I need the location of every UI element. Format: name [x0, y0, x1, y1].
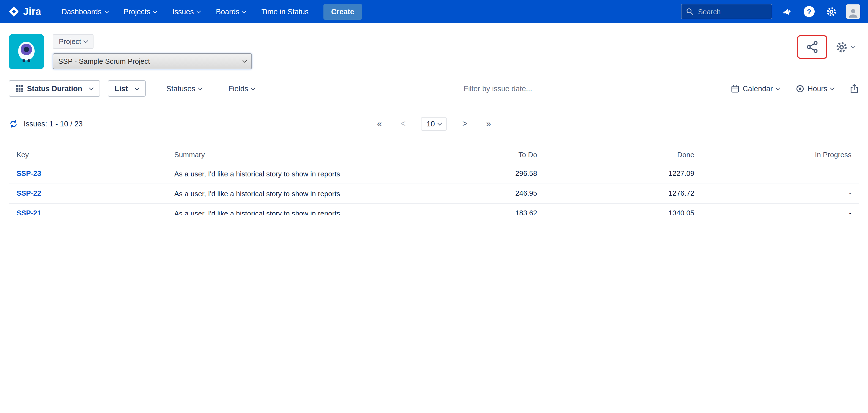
- todo-value: 183.62: [388, 204, 545, 215]
- search-box[interactable]: [681, 4, 772, 19]
- chevron-down-icon: [775, 85, 780, 90]
- calendar-dropdown[interactable]: Calendar: [728, 84, 783, 93]
- nav-dashboards[interactable]: Dashboards: [55, 0, 116, 23]
- issues-table-body: SSP-23As a user, I'd like a historical s…: [9, 164, 859, 215]
- chevron-down-icon: [196, 8, 201, 13]
- user-avatar[interactable]: [846, 4, 860, 19]
- search-icon: [686, 8, 694, 15]
- issue-summary: As a user, I'd like a historical story t…: [174, 209, 380, 215]
- share-button-highlight: [797, 35, 827, 59]
- nav-issues[interactable]: Issues: [165, 0, 208, 23]
- chevron-down-icon: [851, 44, 856, 48]
- settings-gear-icon[interactable]: [824, 4, 838, 19]
- chevron-down-icon: [438, 121, 442, 125]
- column-header-done[interactable]: Done: [545, 146, 702, 164]
- column-header-in-progress[interactable]: In Progress: [702, 146, 859, 164]
- in-progress-value: -: [702, 164, 859, 184]
- chevron-down-icon: [84, 38, 88, 43]
- chevron-down-icon: [153, 8, 158, 13]
- table-row: SSP-23As a user, I'd like a historical s…: [9, 164, 859, 184]
- pagination-first[interactable]: «: [373, 118, 385, 129]
- column-header-key[interactable]: Key: [9, 146, 166, 164]
- column-header-todo[interactable]: To Do: [388, 146, 545, 164]
- table-header-row: Key Summary To Do Done In Progress: [9, 146, 859, 164]
- issue-summary: As a user, I'd like a historical story t…: [174, 169, 380, 179]
- todo-value: 246.95: [388, 184, 545, 204]
- done-value: 1340.05: [545, 204, 702, 215]
- issue-key-link[interactable]: SSP-22: [17, 189, 41, 197]
- clock-target-icon: [796, 84, 804, 93]
- pagination-prev[interactable]: <: [397, 118, 409, 129]
- project-header: Project SSP - Sample Scrum Project: [0, 23, 868, 77]
- chevron-down-icon: [251, 85, 255, 90]
- chevron-down-icon: [104, 8, 109, 13]
- column-header-summary[interactable]: Summary: [166, 146, 388, 164]
- view-mode-dropdown[interactable]: List: [107, 80, 146, 97]
- jira-logo[interactable]: Jira: [8, 5, 41, 18]
- issues-table: Key Summary To Do Done In Progress SSP-2…: [9, 146, 859, 215]
- done-value: 1227.09: [545, 164, 702, 184]
- nav-time-in-status[interactable]: Time in Status: [254, 0, 316, 23]
- report-settings-button[interactable]: [835, 40, 855, 54]
- issue-summary: As a user, I'd like a historical story t…: [174, 189, 380, 198]
- fields-dropdown[interactable]: Fields: [225, 84, 258, 93]
- chevron-down-icon: [243, 58, 247, 63]
- issue-date-filter-input[interactable]: [436, 84, 559, 93]
- jira-logo-text: Jira: [23, 6, 41, 17]
- chevron-down-icon: [242, 8, 247, 13]
- time-unit-dropdown[interactable]: Hours: [793, 84, 837, 93]
- todo-value: 296.58: [388, 164, 545, 184]
- issue-key-link[interactable]: SSP-21: [17, 209, 41, 215]
- results-bar: Issues: 1 - 10 / 23 « < 10 > »: [0, 115, 868, 132]
- project-select[interactable]: SSP - Sample Scrum Project: [53, 53, 252, 69]
- table-row: SSP-21As a user, I'd like a historical s…: [9, 204, 859, 215]
- jira-logo-icon: [8, 5, 20, 18]
- statuses-dropdown[interactable]: Statuses: [163, 84, 205, 93]
- project-select-value: SSP - Sample Scrum Project: [58, 57, 150, 65]
- table-row: SSP-22As a user, I'd like a historical s…: [9, 184, 859, 204]
- chevron-down-icon: [89, 85, 94, 90]
- feedback-megaphone-icon[interactable]: [780, 4, 794, 19]
- page: Jira Dashboards Projects Issues Boards T…: [0, 0, 868, 215]
- issue-key-link[interactable]: SSP-23: [17, 169, 41, 177]
- export-button[interactable]: [849, 83, 859, 94]
- chevron-down-icon: [830, 85, 835, 90]
- grid-icon: [16, 85, 23, 92]
- issues-count-label: Issues: 1 - 10 / 23: [24, 119, 83, 128]
- chevron-down-icon: [198, 85, 203, 90]
- project-type-button[interactable]: Project: [53, 34, 94, 49]
- search-input[interactable]: [697, 7, 760, 16]
- toolbar: Status Duration List Statuses Fields Cal…: [0, 77, 868, 101]
- refresh-icon[interactable]: [9, 119, 18, 128]
- create-button[interactable]: Create: [323, 4, 362, 20]
- pagination: « < 10 > »: [373, 117, 494, 131]
- pagination-next[interactable]: >: [459, 118, 471, 129]
- page-size-select[interactable]: 10: [421, 117, 447, 131]
- status-duration-dropdown[interactable]: Status Duration: [9, 80, 100, 97]
- done-value: 1276.72: [545, 184, 702, 204]
- nav-projects[interactable]: Projects: [116, 0, 164, 23]
- in-progress-value: -: [702, 184, 859, 204]
- chevron-down-icon: [134, 85, 139, 90]
- top-navbar: Jira Dashboards Projects Issues Boards T…: [0, 0, 868, 23]
- help-icon[interactable]: ?: [802, 4, 816, 19]
- share-button[interactable]: [805, 40, 819, 54]
- pagination-last[interactable]: »: [483, 118, 495, 129]
- calendar-icon: [731, 84, 739, 93]
- nav-boards[interactable]: Boards: [209, 0, 253, 23]
- in-progress-value: -: [702, 204, 859, 215]
- project-avatar: [9, 34, 44, 69]
